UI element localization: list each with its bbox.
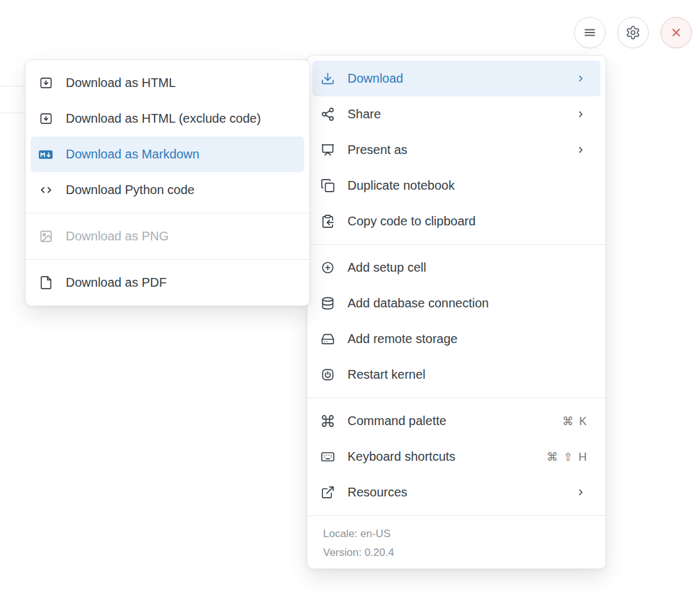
menu-divider: [307, 515, 605, 516]
menu-item-label: Present as: [347, 143, 408, 157]
markdown-icon: [38, 147, 53, 162]
menu-item-label: Copy code to clipboard: [347, 214, 476, 228]
download-item-download-as-html[interactable]: Download as HTML: [31, 65, 304, 101]
chevron-right-icon: [573, 145, 588, 155]
download-item-download-as-html-exclude-code[interactable]: Download as HTML (exclude code): [31, 101, 304, 136]
download-icon: [320, 71, 335, 86]
menu-item-download[interactable]: Download: [312, 61, 600, 96]
menu-item-label: Download as Markdown: [66, 147, 199, 162]
hamburger-icon: [582, 25, 597, 40]
download-box-icon: [38, 76, 53, 90]
chevron-right-icon: [573, 73, 588, 84]
close-icon: [669, 25, 684, 40]
duplicate-icon: [320, 178, 335, 193]
presentation-icon: [320, 143, 335, 157]
menu-item-command-palette[interactable]: Command palette⌘ K: [312, 403, 600, 439]
notebook-cell-edge: [0, 86, 26, 113]
menu-divider: [26, 259, 309, 260]
menu-item-label: Download: [347, 71, 403, 86]
settings-button[interactable]: [617, 17, 649, 48]
menu-item-label: Add remote storage: [347, 332, 458, 346]
clipboard-copy-icon: [320, 214, 335, 228]
menu-item-duplicate-notebook[interactable]: Duplicate notebook: [312, 168, 600, 203]
menu-item-label: Download as PDF: [66, 275, 167, 290]
menu-item-add-remote-storage[interactable]: Add remote storage: [312, 321, 600, 357]
download-item-download-as-markdown[interactable]: Download as Markdown: [31, 136, 304, 172]
menu-item-label: Restart kernel: [347, 367, 426, 382]
shortcut-hint: ⌘ ⇧ H: [547, 450, 588, 464]
chevron-right-icon: [573, 487, 588, 498]
menu-item-label: Add setup cell: [347, 260, 426, 275]
menu-item-keyboard-shortcuts[interactable]: Keyboard shortcuts⌘ ⇧ H: [312, 439, 600, 475]
menu-item-add-database-connection[interactable]: Add database connection: [312, 285, 600, 321]
share-icon: [320, 107, 335, 121]
menu-item-resources[interactable]: Resources: [312, 475, 600, 510]
menu-item-label: Add database connection: [347, 296, 489, 311]
notebook-actions-menu: DownloadSharePresent asDuplicate noteboo…: [307, 55, 606, 569]
hard-drive-icon: [320, 332, 335, 346]
menu-item-share[interactable]: Share: [312, 96, 600, 132]
download-submenu: Download as HTMLDownload as HTML (exclud…: [25, 59, 310, 306]
download-item-download-as-png[interactable]: Download as PNG: [31, 218, 304, 254]
file-icon: [38, 275, 53, 290]
menu-item-copy-code-to-clipboard[interactable]: Copy code to clipboard: [312, 203, 600, 239]
code-icon: [38, 183, 53, 197]
command-icon: [320, 414, 335, 428]
notebook-menu-button[interactable]: [574, 17, 605, 48]
database-icon: [320, 296, 335, 311]
menu-item-label: Share: [347, 107, 381, 121]
menu-divider: [307, 398, 605, 398]
menu-item-add-setup-cell[interactable]: Add setup cell: [312, 250, 600, 285]
menu-divider: [307, 244, 605, 245]
menu-divider: [26, 213, 309, 213]
version-text: Version: 0.20.4: [323, 543, 590, 562]
keyboard-icon: [320, 449, 335, 464]
chevron-right-icon: [573, 109, 588, 120]
menu-item-label: Download as HTML (exclude code): [66, 111, 261, 126]
shortcut-hint: ⌘ K: [562, 414, 588, 428]
download-item-download-python-code[interactable]: Download Python code: [31, 172, 304, 208]
gear-icon: [625, 25, 641, 40]
close-button[interactable]: [661, 17, 692, 48]
menu-item-label: Keyboard shortcuts: [347, 449, 455, 464]
download-box-icon: [38, 111, 53, 126]
locale-text: Locale: en-US: [323, 525, 590, 543]
menu-item-label: Download as HTML: [66, 76, 176, 90]
menu-item-label: Duplicate notebook: [347, 178, 455, 193]
menu-item-label: Download Python code: [66, 183, 195, 197]
menu-footer: Locale: en-USVersion: 0.20.4: [312, 521, 600, 563]
menu-item-label: Download as PNG: [66, 229, 169, 244]
top-toolbar: [574, 17, 692, 48]
power-icon: [320, 367, 335, 382]
plus-circle-icon: [320, 260, 335, 275]
external-link-icon: [320, 485, 335, 500]
app-screen: DownloadSharePresent asDuplicate noteboo…: [0, 0, 700, 616]
download-item-download-as-pdf[interactable]: Download as PDF: [31, 265, 304, 300]
menu-item-restart-kernel[interactable]: Restart kernel: [312, 357, 600, 393]
menu-item-present-as[interactable]: Present as: [312, 132, 600, 168]
image-icon: [38, 229, 53, 244]
menu-item-label: Command palette: [347, 414, 446, 428]
menu-item-label: Resources: [347, 485, 408, 500]
